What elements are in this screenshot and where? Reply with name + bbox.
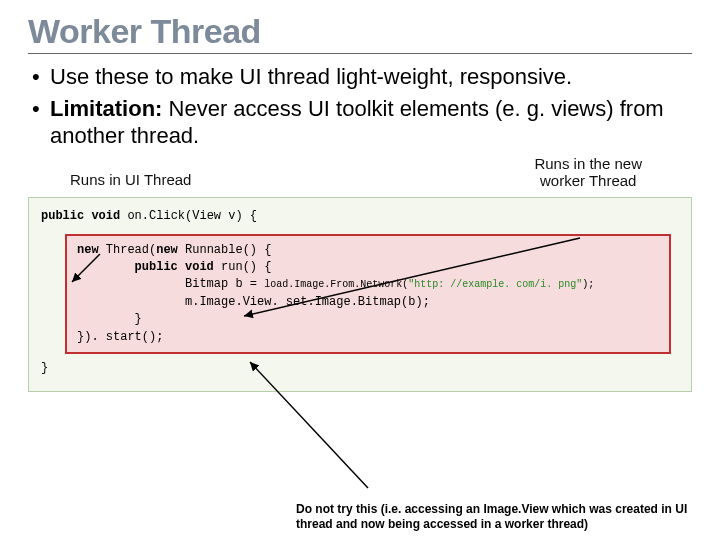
code-kw-new1: new bbox=[77, 243, 99, 257]
code-kw: public void bbox=[41, 209, 120, 223]
bullet-item-1: Use these to make UI thread light-weight… bbox=[30, 64, 692, 90]
code-close-brace: } bbox=[41, 360, 677, 377]
code-sig-rest: on.Click(View v) { bbox=[120, 209, 257, 223]
code-inner-line5: } bbox=[77, 311, 659, 328]
caption-warning-text: Do not try this (i.e. accessing an Image… bbox=[296, 502, 687, 531]
code-block-inner: new Thread(new Runnable() { public void … bbox=[65, 234, 671, 354]
code-kw-pubvoid: public void bbox=[77, 260, 214, 274]
label-worker-thread-line1: Runs in the new bbox=[534, 155, 642, 172]
code-text: ); bbox=[582, 279, 594, 290]
code-text: Thread( bbox=[99, 243, 157, 257]
label-worker-thread-line2: worker Thread bbox=[540, 172, 636, 189]
bullet-item-2: Limitation: Never access UI toolkit elem… bbox=[30, 96, 692, 149]
code-text: run() { bbox=[214, 260, 272, 274]
limitation-label: Limitation: bbox=[50, 96, 162, 121]
code-inner-line1: new Thread(new Runnable() { bbox=[77, 242, 659, 259]
code-text: Runnable() { bbox=[178, 243, 272, 257]
label-ui-thread: Runs in UI Thread bbox=[70, 171, 191, 188]
caption-warning: Do not try this (i.e. accessing an Image… bbox=[296, 502, 696, 532]
code-text: Bitmap b = bbox=[77, 277, 264, 291]
bullet-list: Use these to make UI thread light-weight… bbox=[30, 64, 692, 149]
slide-title: Worker Thread bbox=[28, 12, 692, 54]
code-inner-line2: public void run() { bbox=[77, 259, 659, 276]
code-block-outer: public void on.Click(View v) { new Threa… bbox=[28, 197, 692, 392]
code-inner-line6: }). start(); bbox=[77, 329, 659, 346]
code-string: "http: //example. com/i. png" bbox=[408, 279, 582, 290]
annotation-row: Runs in UI Thread Runs in the new worker… bbox=[28, 153, 692, 191]
code-signature: public void on.Click(View v) { bbox=[41, 208, 677, 225]
code-fn: load.Image.From.Network( bbox=[264, 279, 408, 290]
code-kw-new2: new bbox=[156, 243, 178, 257]
code-inner-line4: m.Image.View. set.Image.Bitmap(b); bbox=[77, 294, 659, 311]
label-worker-thread: Runs in the new worker Thread bbox=[534, 155, 642, 190]
code-inner-line3: Bitmap b = load.Image.From.Network("http… bbox=[77, 276, 659, 293]
